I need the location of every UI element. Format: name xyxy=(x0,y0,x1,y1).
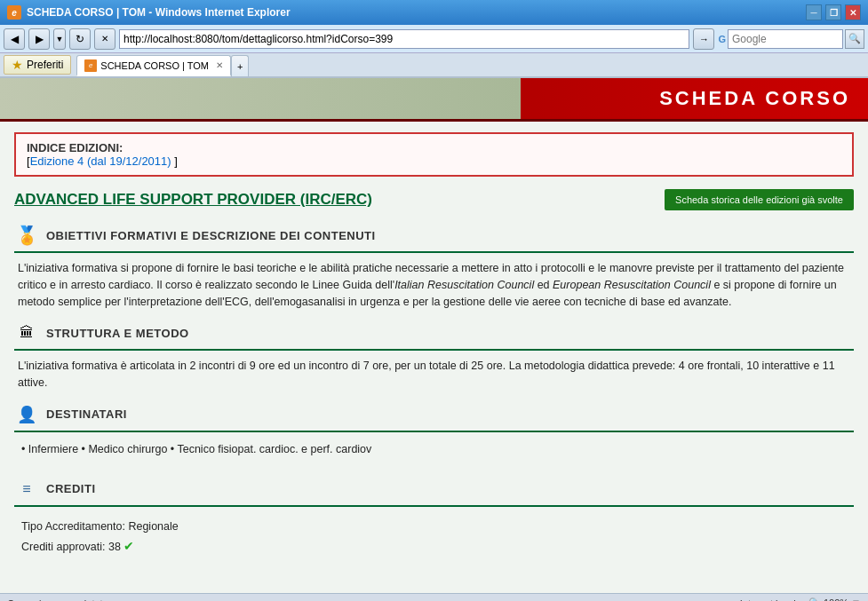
status-bar: Operazione completata Intranet locale 🔍 … xyxy=(0,593,868,601)
header-banner: SCHEDA CORSO xyxy=(0,78,868,122)
course-title-row: ADVANCED LIFE SUPPORT PROVIDER (IRC/ERC)… xyxy=(14,189,854,210)
window-title: SCHEDA CORSO | TOM - Windows Internet Ex… xyxy=(27,6,806,19)
google-icon: G xyxy=(718,34,726,44)
struttura-title: STRUTTURA E METODO xyxy=(46,327,189,340)
favorites-label: Preferiti xyxy=(27,59,63,71)
crediti-content: Tipo Accreditamento: Regionale Crediti a… xyxy=(14,514,854,561)
search-input[interactable] xyxy=(728,29,843,49)
tab-favicon: e xyxy=(84,59,97,72)
section-crediti-header: ≡ CREDITI xyxy=(14,477,854,507)
forward-button[interactable]: ▶ xyxy=(28,28,50,50)
tab-label: SCHEDA CORSO | TOM xyxy=(100,60,209,71)
history-button[interactable]: Scheda storica delle edizioni già svolte xyxy=(665,189,854,210)
active-tab[interactable]: e SCHEDA CORSO | TOM ✕ xyxy=(76,55,231,76)
destinatari-title: DESTINATARI xyxy=(46,407,127,421)
minimize-button[interactable]: ─ xyxy=(806,4,822,20)
status-text: Operazione completata xyxy=(7,598,108,602)
section-obiettivi-header: 🏅 OBIETTIVI FORMATIVI E DESCRIZIONE DEI … xyxy=(14,223,854,253)
search-button[interactable]: 🔍 xyxy=(845,29,864,49)
crediti-title: CREDITI xyxy=(46,482,96,495)
close-button[interactable]: ✕ xyxy=(845,4,861,20)
course-title: ADVANCED LIFE SUPPORT PROVIDER (IRC/ERC) xyxy=(14,191,372,209)
tabs-bar: ★ Preferiti e SCHEDA CORSO | TOM ✕ + xyxy=(0,53,868,78)
main-area: INDICE EDIZIONI: [Edizione 4 (dal 19/12/… xyxy=(0,122,868,572)
tab-close-icon[interactable]: ✕ xyxy=(216,60,223,70)
index-bracket-end: ] xyxy=(174,154,178,168)
destinatari-content: • Infermiere • Medico chirurgo • Tecnico… xyxy=(14,439,854,459)
title-bar: e SCHEDA CORSO | TOM - Windows Internet … xyxy=(0,0,868,25)
check-icon: ✔ xyxy=(123,539,134,553)
section-struttura-header: 🏛 STRUTTURA E METODO xyxy=(14,320,854,351)
browser-icon: e xyxy=(7,5,21,20)
zoom-label: 🔍 100% ▼ xyxy=(808,597,861,601)
destinatari-icon: 👤 xyxy=(14,402,39,427)
page-title: SCHEDA CORSO xyxy=(659,87,850,109)
star-icon: ★ xyxy=(12,58,23,72)
crediti-icon: ≡ xyxy=(14,477,39,502)
dropdown-button[interactable]: ▼ xyxy=(53,28,66,50)
new-tab-button[interactable]: + xyxy=(231,55,249,76)
zone-label: Intranet locale xyxy=(740,598,801,602)
url-input[interactable] xyxy=(119,29,689,49)
crediti-approvati: Crediti approvati: 38 ✔ xyxy=(21,536,847,558)
index-box: INDICE EDIZIONI: [Edizione 4 (dal 19/12/… xyxy=(14,132,854,177)
address-bar: ◀ ▶ ▼ ↻ ✕ → G 🔍 xyxy=(0,25,868,53)
stop-button[interactable]: ✕ xyxy=(94,28,115,50)
restore-button[interactable]: ❐ xyxy=(825,4,841,20)
favorites-button[interactable]: ★ Preferiti xyxy=(4,55,71,75)
refresh-button[interactable]: ↻ xyxy=(69,28,91,50)
tipo-accreditamento: Tipo Accreditamento: Regionale xyxy=(21,518,847,536)
obiettivi-content: L'iniziativa formativa si propone di for… xyxy=(14,260,854,310)
obiettivi-icon: 🏅 xyxy=(14,223,39,248)
obiettivi-title: OBIETTIVI FORMATIVI E DESCRIZIONE DEI CO… xyxy=(46,229,376,242)
section-destinatari-header: 👤 DESTINATARI xyxy=(14,402,854,432)
struttura-content: L'iniziativa formativa è articolata in 2… xyxy=(14,358,854,391)
page-content: SCHEDA CORSO INDICE EDIZIONI: [Edizione … xyxy=(0,78,868,593)
index-title: INDICE EDIZIONI: xyxy=(27,141,841,154)
struttura-icon: 🏛 xyxy=(14,320,39,345)
back-button[interactable]: ◀ xyxy=(4,28,25,50)
window-controls: ─ ❐ ✕ xyxy=(806,4,861,20)
edition-link[interactable]: Edizione 4 (dal 19/12/2011) xyxy=(30,154,171,168)
go-button[interactable]: → xyxy=(693,28,714,50)
